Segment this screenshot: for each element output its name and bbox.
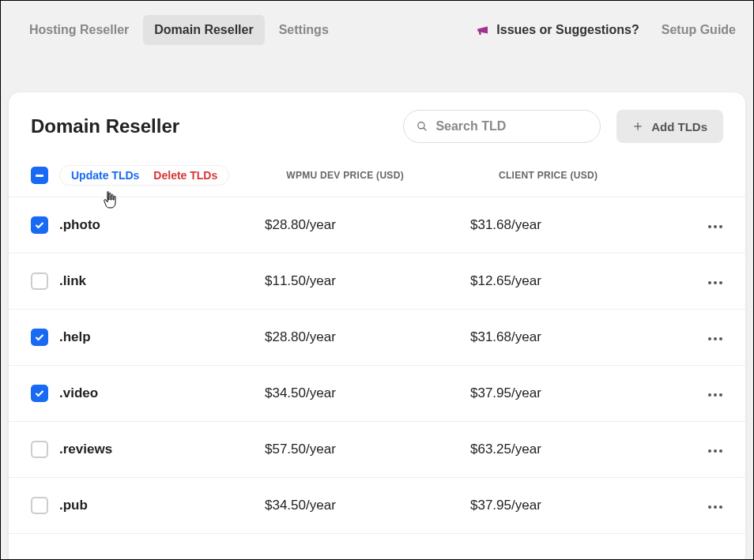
tld-name: .pub [59, 498, 265, 513]
client-price: $31.68/year [470, 329, 676, 345]
svg-point-9 [719, 281, 722, 284]
add-tlds-button[interactable]: Add TLDs [616, 110, 723, 143]
search-tld-field[interactable] [403, 110, 601, 143]
client-price: $63.25/year [470, 442, 676, 457]
row-menu-button[interactable] [707, 442, 723, 457]
top-tabs: Hosting Reseller Domain Reseller Setting… [18, 15, 340, 45]
wpmu-price: $28.80/year [265, 217, 470, 233]
svg-point-6 [719, 225, 722, 228]
search-icon [417, 120, 428, 133]
client-price: $12.65/year [470, 273, 676, 289]
client-price: $37.95/year [470, 385, 676, 401]
table-row: .photo$28.80/year$31.68/year [9, 197, 745, 254]
bulk-actions: Update TLDs Delete TLDs [59, 165, 229, 186]
row-menu-button[interactable] [707, 218, 723, 232]
column-wpmu-price: WPMU DEV PRICE (USD) [286, 170, 404, 181]
update-tlds-button[interactable]: Update TLDs [71, 169, 139, 182]
svg-point-13 [708, 393, 711, 397]
table-row: .help$28.80/year$31.68/year [9, 310, 745, 366]
tld-name: .reviews [59, 442, 265, 457]
table-row: .reviews$57.50/year$63.25/year [9, 422, 745, 478]
page-title: Domain Reseller [31, 115, 179, 137]
tab-settings[interactable]: Settings [268, 15, 340, 45]
column-client-price: CLIENT PRICE (USD) [499, 170, 598, 181]
svg-point-16 [708, 449, 711, 453]
top-bar: Hosting Reseller Domain Reseller Setting… [1, 1, 753, 45]
svg-point-11 [714, 337, 717, 340]
tld-name: .link [59, 273, 265, 289]
tab-hosting-reseller[interactable]: Hosting Reseller [18, 15, 140, 45]
panel-header: Domain Reseller Add TLDs [9, 92, 745, 143]
setup-guide-link[interactable]: Setup Guide [662, 23, 736, 37]
row-menu-button[interactable] [707, 330, 723, 344]
svg-point-21 [719, 506, 722, 509]
add-tlds-label: Add TLDs [651, 120, 707, 133]
table-row: .video$34.50/year$37.95/year [9, 366, 745, 422]
wpmu-price: $57.50/year [265, 442, 470, 457]
row-checkbox[interactable] [31, 216, 48, 234]
tld-name: .help [59, 329, 265, 345]
issues-suggestions-link[interactable]: Issues or Suggestions? [476, 23, 639, 37]
svg-point-5 [714, 225, 717, 228]
table-row: .pub$34.50/year$37.95/year [9, 478, 745, 534]
client-price: $37.95/year [470, 498, 676, 513]
row-checkbox[interactable] [31, 497, 48, 514]
row-menu-button[interactable] [707, 386, 723, 400]
svg-point-4 [708, 225, 711, 228]
delete-tlds-button[interactable]: Delete TLDs [153, 169, 217, 182]
svg-point-0 [418, 122, 424, 129]
megaphone-icon [476, 23, 490, 37]
svg-point-8 [714, 281, 717, 284]
table-header-row: Update TLDs Delete TLDs WPMU DEV PRICE (… [9, 143, 745, 197]
wpmu-price: $28.80/year [265, 329, 470, 345]
tld-name: .video [59, 385, 265, 401]
select-all-checkbox[interactable] [31, 167, 48, 184]
row-checkbox[interactable] [31, 385, 48, 402]
row-checkbox[interactable] [31, 272, 48, 290]
tab-domain-reseller[interactable]: Domain Reseller [143, 15, 264, 45]
row-menu-button[interactable] [707, 498, 723, 513]
table-row: .link$11.50/year$12.65/year [9, 254, 745, 310]
issues-label: Issues or Suggestions? [496, 23, 639, 37]
svg-point-18 [719, 449, 722, 453]
svg-point-7 [708, 281, 711, 284]
svg-line-1 [424, 128, 427, 131]
search-input[interactable] [435, 119, 587, 133]
wpmu-price: $34.50/year [265, 385, 470, 401]
svg-point-10 [708, 337, 711, 340]
svg-point-20 [714, 506, 717, 509]
plus-icon [632, 121, 643, 132]
wpmu-price: $34.50/year [265, 498, 470, 513]
main-panel: Domain Reseller Add TLDs Update TLDs Del… [9, 92, 745, 560]
row-checkbox[interactable] [31, 441, 48, 458]
row-checkbox[interactable] [31, 329, 48, 346]
svg-point-17 [714, 449, 717, 453]
svg-point-12 [719, 337, 722, 340]
client-price: $31.68/year [470, 217, 676, 233]
svg-point-15 [719, 393, 722, 397]
row-menu-button[interactable] [707, 274, 723, 288]
svg-point-14 [714, 393, 717, 397]
app-window: Hosting Reseller Domain Reseller Setting… [0, 0, 754, 560]
wpmu-price: $11.50/year [265, 273, 470, 289]
svg-point-19 [708, 506, 711, 509]
tld-name: .photo [59, 217, 265, 233]
tld-rows: .photo$28.80/year$31.68/year.link$11.50/… [9, 197, 745, 534]
